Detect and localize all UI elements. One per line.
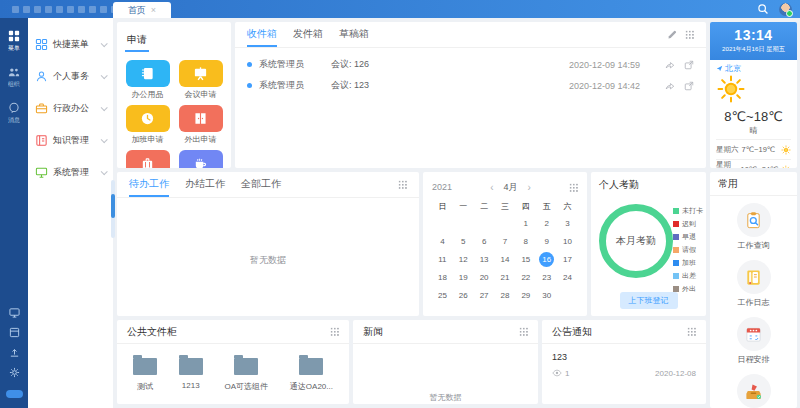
calendar-day-2[interactable]: 2 <box>536 215 557 232</box>
compose-icon[interactable] <box>667 30 677 40</box>
work-tab-1[interactable]: 办结工作 <box>185 172 225 197</box>
calendar-day-17[interactable]: 17 <box>557 251 578 268</box>
calendar-day-1[interactable]: 1 <box>515 215 536 232</box>
calendar-day-19[interactable]: 19 <box>453 269 474 286</box>
mail-row-0[interactable]: 系统管理员会议: 1262020-12-09 14:59 <box>247 54 694 75</box>
drag-handle-icon[interactable] <box>685 30 694 39</box>
calendar-day-9[interactable]: 9 <box>536 233 557 250</box>
folder-2[interactable]: OA可选组件 <box>225 354 269 392</box>
calendar-day-28[interactable]: 28 <box>495 287 516 304</box>
calendar-day-24[interactable]: 24 <box>557 269 578 286</box>
drag-handle-icon[interactable] <box>398 180 407 189</box>
calendar-day-23[interactable]: 23 <box>536 269 557 286</box>
sidebar-item-0[interactable]: 快捷菜单 <box>28 28 113 60</box>
calendar-day-4[interactable]: 4 <box>432 233 453 250</box>
notice-item-0[interactable]: 12312020-12-08 <box>542 344 706 378</box>
sidebar-item-2[interactable]: 行政办公 <box>28 92 113 124</box>
calendar-day-25[interactable]: 25 <box>432 287 453 304</box>
work-tab-2[interactable]: 全部工作 <box>241 172 281 197</box>
drag-handle-icon[interactable] <box>569 183 578 192</box>
avatar[interactable] <box>779 3 792 16</box>
monitor-icon[interactable] <box>9 307 20 318</box>
folder-0[interactable]: 测试 <box>133 354 157 392</box>
window-icon[interactable] <box>9 327 20 338</box>
upload-icon[interactable] <box>9 347 20 358</box>
calendar-day-7[interactable]: 7 <box>495 233 516 250</box>
drag-handle-icon[interactable] <box>330 327 339 336</box>
apply-item-button[interactable] <box>126 105 170 132</box>
calendar-day-12[interactable]: 12 <box>453 251 474 268</box>
calendar-day-3[interactable]: 3 <box>557 215 578 232</box>
rail-items: 菜单组织消息 <box>7 30 21 138</box>
scrollbar-thumb[interactable] <box>111 194 115 218</box>
rail-help-button[interactable] <box>6 390 23 398</box>
calendar-prev-icon[interactable]: ‹ <box>490 182 493 193</box>
calendar-day-20[interactable]: 20 <box>474 269 495 286</box>
common-item-3[interactable]: 投票 <box>737 374 771 408</box>
legend-item: 外出 <box>673 284 703 294</box>
apply-item-button[interactable] <box>126 150 170 168</box>
drag-handle-icon[interactable] <box>687 327 696 336</box>
calendar-day-15[interactable]: 15 <box>515 251 536 268</box>
apply-item-button[interactable] <box>126 60 170 87</box>
apply-item-4[interactable]: 出差申请 <box>125 150 170 168</box>
calendar-day-26[interactable]: 26 <box>453 287 474 304</box>
forward-icon[interactable] <box>665 60 675 70</box>
chevron-down-icon <box>101 72 108 79</box>
calendar-day-5[interactable]: 5 <box>453 233 474 250</box>
apply-item-button[interactable] <box>179 60 223 87</box>
drag-handle-icon[interactable] <box>519 327 528 336</box>
attendance-title: 个人考勤 <box>599 178 698 196</box>
apply-item-button[interactable] <box>179 150 223 168</box>
common-item-1[interactable]: 工作日志 <box>737 260 771 308</box>
mail-tab-1[interactable]: 发件箱 <box>293 22 323 47</box>
apply-item-5[interactable]: 请假申请 <box>178 150 223 168</box>
forward-icon[interactable] <box>665 81 675 91</box>
rail-item-0[interactable]: 菜单 <box>7 30 21 53</box>
mail-tab-0[interactable]: 收件箱 <box>247 22 277 47</box>
calendar-next-icon[interactable]: › <box>528 182 531 193</box>
calendar-day-18[interactable]: 18 <box>432 269 453 286</box>
tab-home[interactable]: 首页 × <box>113 2 171 18</box>
clock-in-out-button[interactable]: 上下班登记 <box>620 292 678 309</box>
sidebar-item-3[interactable]: 知识管理 <box>28 124 113 156</box>
logo-square <box>78 6 85 13</box>
mail-row-1[interactable]: 系统管理员会议: 1232020-12-09 14:42 <box>247 75 694 96</box>
calendar-day-10[interactable]: 10 <box>557 233 578 250</box>
apply-item-0[interactable]: 办公用品 <box>125 60 170 100</box>
apply-item-button[interactable] <box>179 105 223 132</box>
calendar-day-29[interactable]: 29 <box>515 287 536 304</box>
apply-item-3[interactable]: 外出申请 <box>178 105 223 145</box>
rail-item-1[interactable]: 组织 <box>7 66 21 89</box>
calendar-day-6[interactable]: 6 <box>474 233 495 250</box>
calendar-day-13[interactable]: 13 <box>474 251 495 268</box>
calendar-day-14[interactable]: 14 <box>495 251 516 268</box>
folder-3[interactable]: 通达OA20... <box>290 354 333 392</box>
calendar-day-27[interactable]: 27 <box>474 287 495 304</box>
calendar-day-30[interactable]: 30 <box>536 287 557 304</box>
search-icon[interactable] <box>757 3 769 15</box>
notice-title: 公告通知 <box>552 325 592 339</box>
main-content: 申请 办公用品会议申请加班申请外出申请出差申请请假申请 收件箱发件箱草稿箱 系统… <box>113 18 710 408</box>
work-panel: 待办工作办结工作全部工作 暂无数据 <box>117 172 419 316</box>
rail-item-2[interactable]: 消息 <box>7 102 21 125</box>
sidebar-item-4[interactable]: 系统管理 <box>28 156 113 188</box>
tab-close-icon[interactable]: × <box>151 5 156 15</box>
calendar-day-8[interactable]: 8 <box>515 233 536 250</box>
legend-item: 未打卡 <box>673 206 703 216</box>
open-icon[interactable] <box>684 60 694 70</box>
apply-item-2[interactable]: 加班申请 <box>125 105 170 145</box>
mail-tab-2[interactable]: 草稿箱 <box>339 22 369 47</box>
gear-icon[interactable] <box>9 367 20 378</box>
calendar-day-22[interactable]: 22 <box>515 269 536 286</box>
calendar-day-16[interactable]: 16 <box>536 251 557 268</box>
apply-item-1[interactable]: 会议申请 <box>178 60 223 100</box>
common-item-0[interactable]: 工作查询 <box>737 203 771 251</box>
folder-1[interactable]: 1213 <box>179 354 203 392</box>
open-icon[interactable] <box>684 81 694 91</box>
common-item-2[interactable]: 日程安排 <box>737 317 771 365</box>
sidebar-item-1[interactable]: 个人事务 <box>28 60 113 92</box>
calendar-day-21[interactable]: 21 <box>495 269 516 286</box>
work-tab-0[interactable]: 待办工作 <box>129 172 169 197</box>
calendar-day-11[interactable]: 11 <box>432 251 453 268</box>
